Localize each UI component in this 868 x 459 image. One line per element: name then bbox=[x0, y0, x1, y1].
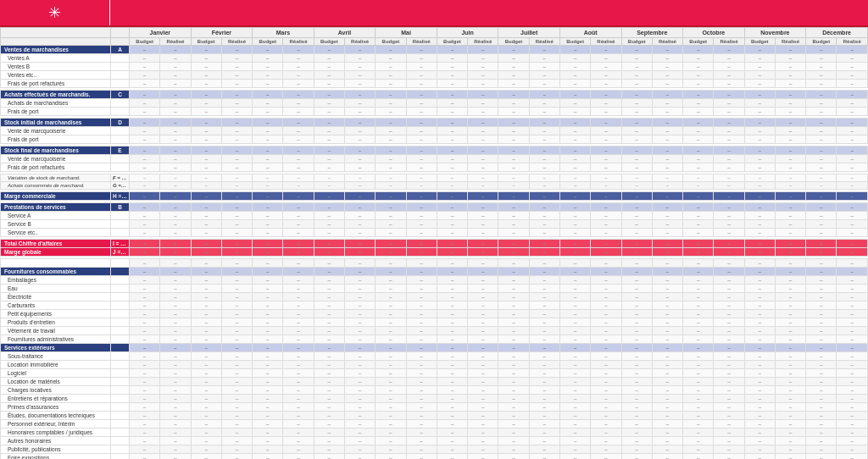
data-cell-Mars-Réalisé[interactable]: – bbox=[283, 91, 314, 99]
data-cell-Décembre-Réalisé[interactable]: – bbox=[837, 229, 868, 237]
data-cell-Septembre-Budget[interactable]: – bbox=[621, 445, 652, 454]
data-cell-Octobre-Réalisé[interactable]: – bbox=[714, 285, 744, 293]
data-cell-Mai-Budget[interactable]: – bbox=[376, 63, 406, 71]
data-cell-Août-Budget[interactable]: – bbox=[559, 229, 590, 237]
data-cell-Avril-Budget[interactable]: – bbox=[314, 182, 344, 190]
data-cell-Janvier-Réalisé[interactable]: – bbox=[160, 240, 191, 248]
data-cell-Avril-Budget[interactable]: – bbox=[314, 361, 344, 369]
data-cell-Août-Réalisé[interactable]: – bbox=[591, 46, 621, 54]
data-cell-Mai-Budget[interactable]: – bbox=[376, 80, 406, 88]
data-cell-Décembre-Budget[interactable]: – bbox=[806, 203, 837, 212]
data-cell-Décembre-Budget[interactable]: – bbox=[806, 395, 837, 403]
data-cell-Octobre-Budget[interactable]: – bbox=[683, 155, 714, 163]
data-cell-Février-Budget[interactable]: – bbox=[191, 285, 221, 293]
data-cell-Décembre-Réalisé[interactable]: – bbox=[837, 369, 868, 378]
data-cell-Mars-Budget[interactable]: – bbox=[253, 344, 283, 352]
data-cell-Novembre-Budget[interactable]: – bbox=[744, 437, 775, 445]
data-cell-Juillet-Réalisé[interactable]: – bbox=[529, 147, 559, 155]
data-cell-Mars-Budget[interactable]: – bbox=[253, 386, 283, 395]
data-cell-Septembre-Réalisé[interactable]: – bbox=[652, 429, 682, 437]
data-cell-Juin-Budget[interactable]: – bbox=[437, 361, 467, 369]
data-cell-Décembre-Réalisé[interactable]: – bbox=[837, 352, 868, 361]
data-cell-Avril-Budget[interactable]: – bbox=[314, 268, 344, 276]
data-cell-Août-Budget[interactable]: – bbox=[559, 127, 590, 135]
data-cell-Mars-Budget[interactable]: – bbox=[253, 91, 283, 99]
data-cell-Juin-Budget[interactable]: – bbox=[437, 301, 467, 310]
data-cell-Août-Réalisé[interactable]: – bbox=[591, 445, 621, 454]
data-cell-Novembre-Budget[interactable]: – bbox=[744, 174, 775, 182]
data-cell-Juillet-Réalisé[interactable]: – bbox=[529, 182, 559, 190]
data-cell-Février-Réalisé[interactable]: – bbox=[221, 395, 252, 403]
data-cell-Janvier-Réalisé[interactable]: – bbox=[160, 378, 191, 386]
data-cell-Septembre-Budget[interactable]: – bbox=[621, 412, 652, 420]
data-cell-Octobre-Budget[interactable]: – bbox=[683, 91, 714, 99]
data-cell-Août-Réalisé[interactable]: – bbox=[591, 268, 621, 276]
data-cell-Décembre-Budget[interactable]: – bbox=[806, 369, 837, 378]
data-cell-Février-Budget[interactable]: – bbox=[191, 91, 221, 99]
data-cell-Octobre-Budget[interactable]: – bbox=[683, 361, 714, 369]
data-cell-Juillet-Budget[interactable]: – bbox=[498, 386, 529, 395]
data-cell-Juillet-Budget[interactable]: – bbox=[498, 220, 529, 229]
data-cell-Décembre-Réalisé[interactable]: – bbox=[837, 99, 868, 108]
data-cell-Février-Budget[interactable]: – bbox=[191, 220, 221, 229]
data-cell-Novembre-Budget[interactable]: – bbox=[744, 203, 775, 212]
data-cell-Juin-Réalisé[interactable]: – bbox=[468, 352, 498, 361]
data-cell-Avril-Réalisé[interactable]: – bbox=[344, 352, 375, 361]
data-cell-Mai-Budget[interactable]: – bbox=[376, 229, 406, 237]
data-cell-Septembre-Réalisé[interactable]: – bbox=[652, 54, 682, 63]
data-cell-Octobre-Réalisé[interactable]: – bbox=[714, 54, 744, 63]
data-cell-Juillet-Réalisé[interactable]: – bbox=[529, 378, 559, 386]
data-cell-Juillet-Budget[interactable]: – bbox=[498, 174, 529, 182]
data-cell-Août-Budget[interactable]: – bbox=[559, 80, 590, 88]
data-cell-Mars-Réalisé[interactable]: – bbox=[283, 301, 314, 310]
data-cell-Avril-Réalisé[interactable]: – bbox=[344, 327, 375, 335]
data-cell-Septembre-Réalisé[interactable]: – bbox=[652, 285, 682, 293]
data-cell-Décembre-Réalisé[interactable]: – bbox=[837, 412, 868, 420]
data-cell-Avril-Budget[interactable]: – bbox=[314, 327, 344, 335]
data-cell-Février-Réalisé[interactable]: – bbox=[221, 437, 252, 445]
data-cell-Septembre-Réalisé[interactable]: – bbox=[652, 420, 682, 429]
data-cell-Juin-Réalisé[interactable]: – bbox=[468, 147, 498, 155]
data-cell-Septembre-Budget[interactable]: – bbox=[621, 163, 652, 172]
data-cell-Janvier-Réalisé[interactable]: – bbox=[160, 108, 191, 116]
data-cell-Février-Budget[interactable]: – bbox=[191, 127, 221, 135]
data-cell-Avril-Budget[interactable]: – bbox=[314, 212, 344, 220]
data-cell-Décembre-Budget[interactable]: – bbox=[806, 182, 837, 190]
data-cell-Novembre-Budget[interactable]: – bbox=[744, 395, 775, 403]
data-cell-Juin-Réalisé[interactable]: – bbox=[468, 174, 498, 182]
data-cell-Décembre-Réalisé[interactable]: – bbox=[837, 301, 868, 310]
data-cell-Décembre-Budget[interactable]: – bbox=[806, 361, 837, 369]
data-cell-Août-Réalisé[interactable]: – bbox=[591, 91, 621, 99]
data-cell-Janvier-Réalisé[interactable]: – bbox=[160, 155, 191, 163]
data-cell-Août-Budget[interactable]: – bbox=[559, 248, 590, 257]
data-cell-Février-Réalisé[interactable]: – bbox=[221, 127, 252, 135]
data-cell-Août-Budget[interactable]: – bbox=[559, 108, 590, 116]
data-cell-Juillet-Budget[interactable]: – bbox=[498, 155, 529, 163]
data-cell-Août-Budget[interactable]: – bbox=[559, 361, 590, 369]
data-cell-Novembre-Réalisé[interactable]: – bbox=[775, 54, 805, 63]
data-cell-Août-Budget[interactable]: – bbox=[559, 293, 590, 301]
data-cell-Octobre-Réalisé[interactable]: – bbox=[714, 335, 744, 344]
data-cell-Mars-Budget[interactable]: – bbox=[253, 293, 283, 301]
data-cell-Août-Budget[interactable]: – bbox=[559, 454, 590, 460]
data-cell-Octobre-Réalisé[interactable]: – bbox=[714, 310, 744, 318]
data-cell-Juin-Budget[interactable]: – bbox=[437, 135, 467, 144]
data-cell-Juin-Réalisé[interactable]: – bbox=[468, 63, 498, 71]
data-cell-Septembre-Budget[interactable]: – bbox=[621, 276, 652, 285]
data-cell-Juin-Réalisé[interactable]: – bbox=[468, 327, 498, 335]
data-cell-Mai-Réalisé[interactable]: – bbox=[406, 46, 437, 54]
data-cell-Novembre-Budget[interactable]: – bbox=[744, 147, 775, 155]
data-cell-Février-Budget[interactable]: – bbox=[191, 147, 221, 155]
data-cell-Mai-Réalisé[interactable]: – bbox=[406, 108, 437, 116]
data-cell-Décembre-Réalisé[interactable]: – bbox=[837, 361, 868, 369]
data-cell-Décembre-Réalisé[interactable]: – bbox=[837, 276, 868, 285]
data-cell-Janvier-Budget[interactable]: – bbox=[130, 229, 160, 237]
data-cell-Novembre-Réalisé[interactable]: – bbox=[775, 212, 805, 220]
data-cell-Septembre-Réalisé[interactable]: – bbox=[652, 276, 682, 285]
data-cell-Mai-Budget[interactable]: – bbox=[376, 395, 406, 403]
data-cell-Février-Budget[interactable]: – bbox=[191, 259, 221, 268]
data-cell-Octobre-Réalisé[interactable]: – bbox=[714, 220, 744, 229]
data-cell-Décembre-Budget[interactable]: – bbox=[806, 240, 837, 248]
data-cell-Février-Réalisé[interactable]: – bbox=[221, 63, 252, 71]
data-cell-Juillet-Réalisé[interactable]: – bbox=[529, 420, 559, 429]
